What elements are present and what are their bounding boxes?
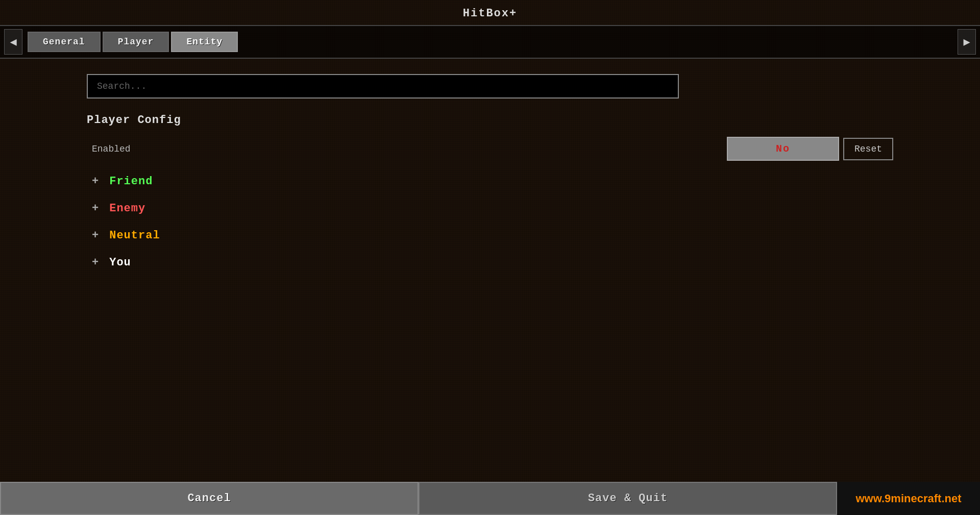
expand-icon-neutral: + [92, 229, 99, 242]
tab-entity[interactable]: Entity [171, 32, 238, 52]
friend-label: Friend [109, 175, 153, 188]
tab-bar: ◀ General Player Entity ▶ [0, 25, 980, 59]
enemy-label: Enemy [109, 202, 145, 215]
list-item-you[interactable]: + You [87, 249, 893, 276]
bottom-bar: Cancel Save & Quit www.9minecraft.net [0, 482, 980, 515]
watermark: www.9minecraft.net [837, 482, 980, 515]
enabled-toggle-button[interactable]: No [727, 137, 839, 161]
you-label: You [109, 256, 131, 269]
list-item-neutral[interactable]: + Neutral [87, 222, 893, 249]
expand-icon-friend: + [92, 175, 99, 188]
enabled-config-row: Enabled No Reset [87, 137, 893, 161]
neutral-label: Neutral [109, 229, 160, 242]
cancel-button[interactable]: Cancel [0, 482, 419, 515]
tab-left-arrow[interactable]: ◀ [4, 29, 22, 55]
app-title: HitBox+ [0, 0, 980, 25]
search-container [87, 74, 893, 99]
enabled-label: Enabled [92, 144, 727, 154]
expand-icon-you: + [92, 256, 99, 269]
list-item-enemy[interactable]: + Enemy [87, 195, 893, 222]
save-quit-button[interactable]: Save & Quit [419, 482, 837, 515]
search-input[interactable] [87, 74, 679, 99]
main-content: Player Config Enabled No Reset + Friend … [0, 59, 980, 291]
list-item-friend[interactable]: + Friend [87, 168, 893, 195]
section-heading: Player Config [87, 114, 893, 127]
expand-icon-enemy: + [92, 202, 99, 215]
reset-button[interactable]: Reset [843, 138, 893, 160]
tabs-container: General Player Entity [28, 32, 238, 52]
config-controls: No Reset [727, 137, 893, 161]
watermark-text: www.9minecraft.net [855, 492, 961, 505]
tab-general[interactable]: General [28, 32, 101, 52]
tab-right-arrow[interactable]: ▶ [958, 29, 976, 55]
tab-player[interactable]: Player [103, 32, 169, 52]
